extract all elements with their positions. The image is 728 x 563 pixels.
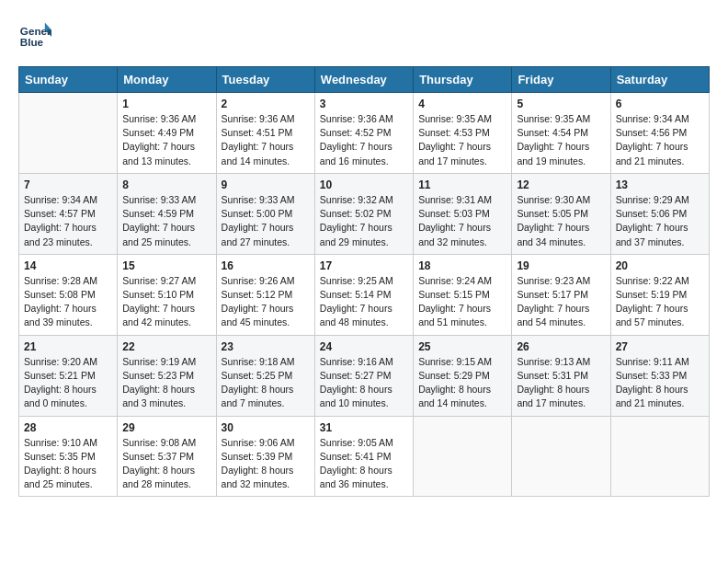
cell-info: Sunrise: 9:29 AMSunset: 5:06 PMDaylight:… [616, 193, 704, 249]
calendar-cell: 10Sunrise: 9:32 AMSunset: 5:02 PMDayligh… [314, 173, 413, 254]
cell-info: Sunrise: 9:18 AMSunset: 5:25 PMDaylight:… [222, 355, 310, 411]
daylight-text: Daylight: 7 hours and 51 minutes. [418, 303, 491, 327]
sunset-text: Sunset: 5:08 PM [24, 289, 96, 300]
weekday-header-friday: Friday [512, 67, 610, 93]
calendar-cell: 23Sunrise: 9:18 AMSunset: 5:25 PMDayligh… [216, 335, 314, 416]
sunrise-text: Sunrise: 9:32 AM [320, 194, 393, 205]
cell-info: Sunrise: 9:36 AMSunset: 4:52 PMDaylight:… [320, 112, 408, 168]
calendar-cell: 7Sunrise: 9:34 AMSunset: 4:57 PMDaylight… [19, 173, 118, 254]
sunset-text: Sunset: 5:37 PM [122, 451, 194, 462]
daylight-text: Daylight: 8 hours and 21 minutes. [616, 384, 688, 408]
sunrise-text: Sunrise: 9:13 AM [517, 356, 590, 367]
daylight-text: Daylight: 7 hours and 39 minutes. [24, 303, 97, 327]
week-row-5: 28Sunrise: 9:10 AMSunset: 5:35 PMDayligh… [19, 416, 710, 497]
daylight-text: Daylight: 8 hours and 32 minutes. [222, 465, 294, 489]
page-header: General Blue [18, 18, 710, 52]
sunset-text: Sunset: 4:49 PM [122, 127, 194, 138]
sunset-text: Sunset: 4:53 PM [418, 127, 490, 138]
weekday-header-tuesday: Tuesday [216, 67, 314, 93]
week-row-1: 1Sunrise: 9:36 AMSunset: 4:49 PMDaylight… [19, 93, 710, 174]
daylight-text: Daylight: 7 hours and 54 minutes. [517, 303, 589, 327]
cell-info: Sunrise: 9:36 AMSunset: 4:49 PMDaylight:… [122, 112, 210, 168]
calendar-cell: 12Sunrise: 9:30 AMSunset: 5:05 PMDayligh… [512, 173, 610, 254]
week-row-4: 21Sunrise: 9:20 AMSunset: 5:21 PMDayligh… [19, 335, 710, 416]
sunrise-text: Sunrise: 9:36 AM [222, 113, 295, 124]
day-number: 20 [616, 259, 704, 272]
sunset-text: Sunset: 5:06 PM [616, 208, 688, 219]
day-number: 24 [320, 340, 408, 353]
sunset-text: Sunset: 5:31 PM [517, 370, 588, 381]
calendar-cell: 26Sunrise: 9:13 AMSunset: 5:31 PMDayligh… [512, 335, 610, 416]
day-number: 22 [122, 340, 210, 353]
cell-info: Sunrise: 9:27 AMSunset: 5:10 PMDaylight:… [122, 274, 210, 330]
weekday-header-monday: Monday [118, 67, 216, 93]
calendar-cell: 28Sunrise: 9:10 AMSunset: 5:35 PMDayligh… [19, 416, 118, 497]
sunset-text: Sunset: 4:51 PM [222, 127, 293, 138]
sunrise-text: Sunrise: 9:31 AM [418, 194, 492, 205]
daylight-text: Daylight: 7 hours and 34 minutes. [517, 222, 589, 247]
sunset-text: Sunset: 4:52 PM [320, 127, 392, 138]
cell-info: Sunrise: 9:19 AMSunset: 5:23 PMDaylight:… [122, 355, 210, 411]
day-number: 4 [418, 98, 506, 110]
sunset-text: Sunset: 5:10 PM [122, 289, 194, 300]
daylight-text: Daylight: 8 hours and 3 minutes. [122, 384, 195, 408]
day-number: 18 [418, 259, 506, 272]
calendar-cell: 20Sunrise: 9:22 AMSunset: 5:19 PMDayligh… [610, 254, 709, 335]
calendar-cell: 29Sunrise: 9:08 AMSunset: 5:37 PMDayligh… [118, 416, 216, 497]
cell-info: Sunrise: 9:22 AMSunset: 5:19 PMDaylight:… [616, 274, 704, 330]
daylight-text: Daylight: 8 hours and 17 minutes. [517, 384, 589, 408]
cell-info: Sunrise: 9:32 AMSunset: 5:02 PMDaylight:… [320, 193, 408, 249]
day-number: 1 [122, 98, 210, 110]
sunset-text: Sunset: 5:39 PM [222, 451, 293, 462]
daylight-text: Daylight: 8 hours and 14 minutes. [418, 384, 491, 408]
calendar-cell [414, 416, 512, 497]
sunrise-text: Sunrise: 9:24 AM [418, 275, 492, 286]
daylight-text: Daylight: 7 hours and 57 minutes. [616, 303, 688, 327]
calendar-cell: 13Sunrise: 9:29 AMSunset: 5:06 PMDayligh… [610, 173, 709, 254]
cell-info: Sunrise: 9:28 AMSunset: 5:08 PMDaylight:… [24, 274, 112, 330]
day-number: 29 [122, 421, 210, 434]
sunset-text: Sunset: 5:33 PM [616, 370, 688, 381]
cell-info: Sunrise: 9:25 AMSunset: 5:14 PMDaylight:… [320, 274, 408, 330]
day-number: 3 [320, 98, 408, 110]
sunset-text: Sunset: 5:02 PM [320, 208, 392, 219]
sunset-text: Sunset: 5:00 PM [222, 208, 293, 219]
daylight-text: Daylight: 8 hours and 25 minutes. [24, 465, 97, 489]
day-number: 25 [418, 340, 506, 353]
week-row-2: 7Sunrise: 9:34 AMSunset: 4:57 PMDaylight… [19, 173, 710, 254]
calendar-cell: 30Sunrise: 9:06 AMSunset: 5:39 PMDayligh… [216, 416, 314, 497]
day-number: 30 [222, 421, 310, 434]
sunrise-text: Sunrise: 9:36 AM [320, 113, 393, 124]
calendar-cell: 11Sunrise: 9:31 AMSunset: 5:03 PMDayligh… [414, 173, 512, 254]
weekday-header-sunday: Sunday [19, 67, 118, 93]
sunset-text: Sunset: 5:17 PM [517, 289, 588, 300]
daylight-text: Daylight: 7 hours and 14 minutes. [222, 141, 294, 166]
cell-info: Sunrise: 9:13 AMSunset: 5:31 PMDaylight:… [517, 355, 605, 411]
sunrise-text: Sunrise: 9:05 AM [320, 437, 393, 448]
sunrise-text: Sunrise: 9:29 AM [616, 194, 689, 205]
sunset-text: Sunset: 5:25 PM [222, 370, 293, 381]
calendar-cell: 16Sunrise: 9:26 AMSunset: 5:12 PMDayligh… [216, 254, 314, 335]
cell-info: Sunrise: 9:34 AMSunset: 4:57 PMDaylight:… [24, 193, 112, 249]
sunset-text: Sunset: 5:35 PM [24, 451, 96, 462]
day-number: 10 [320, 178, 408, 191]
sunrise-text: Sunrise: 9:27 AM [122, 275, 196, 286]
day-number: 27 [616, 340, 704, 353]
daylight-text: Daylight: 7 hours and 29 minutes. [320, 222, 392, 247]
cell-info: Sunrise: 9:20 AMSunset: 5:21 PMDaylight:… [24, 355, 112, 411]
svg-text:Blue: Blue [20, 36, 44, 48]
calendar-cell: 14Sunrise: 9:28 AMSunset: 5:08 PMDayligh… [19, 254, 118, 335]
sunset-text: Sunset: 5:15 PM [418, 289, 490, 300]
cell-info: Sunrise: 9:30 AMSunset: 5:05 PMDaylight:… [517, 193, 605, 249]
calendar-cell: 31Sunrise: 9:05 AMSunset: 5:41 PMDayligh… [314, 416, 413, 497]
day-number: 19 [517, 259, 605, 272]
sunrise-text: Sunrise: 9:25 AM [320, 275, 393, 286]
sunrise-text: Sunrise: 9:10 AM [24, 437, 97, 448]
calendar-cell: 4Sunrise: 9:35 AMSunset: 4:53 PMDaylight… [414, 93, 512, 174]
daylight-text: Daylight: 7 hours and 16 minutes. [320, 141, 392, 166]
calendar-cell: 19Sunrise: 9:23 AMSunset: 5:17 PMDayligh… [512, 254, 610, 335]
cell-info: Sunrise: 9:05 AMSunset: 5:41 PMDaylight:… [320, 436, 408, 492]
week-row-3: 14Sunrise: 9:28 AMSunset: 5:08 PMDayligh… [19, 254, 710, 335]
sunset-text: Sunset: 5:19 PM [616, 289, 688, 300]
daylight-text: Daylight: 8 hours and 28 minutes. [122, 465, 195, 489]
